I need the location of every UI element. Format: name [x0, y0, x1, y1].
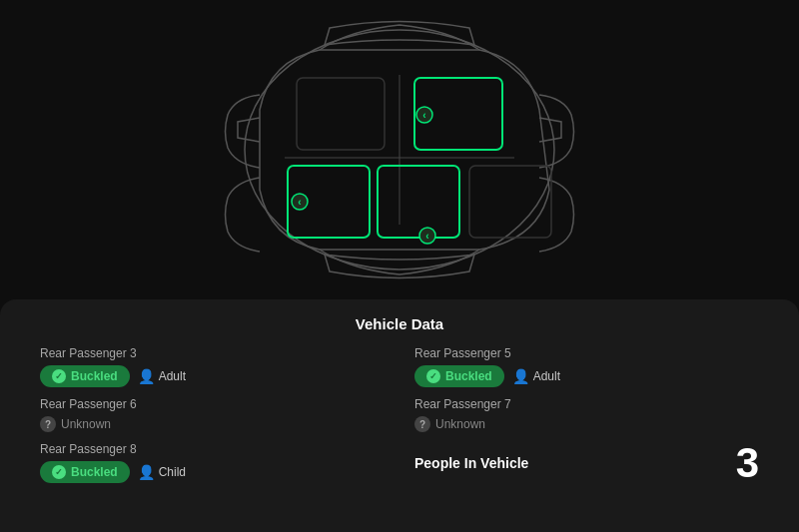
passenger-3-status: Buckled	[71, 369, 118, 383]
passenger-6-info: ? Unknown	[40, 416, 385, 432]
passenger-5-block: Rear Passenger 5 ✓ Buckled 👤 Adult	[414, 346, 759, 387]
passenger-7-label: Rear Passenger 7	[414, 397, 759, 411]
car-visualization: ‹ ‹ ‹	[0, 0, 799, 299]
check-icon-5: ✓	[426, 369, 440, 383]
people-count-number: 3	[736, 442, 759, 484]
people-in-vehicle-block: People In Vehicle 3	[414, 442, 759, 484]
passenger-7-unknown-badge: ? Unknown	[414, 416, 485, 432]
passenger-6-block: Rear Passenger 6 ? Unknown	[40, 397, 385, 432]
passenger-3-label: Rear Passenger 3	[40, 346, 385, 360]
passenger-8-status: Buckled	[71, 465, 118, 479]
svg-text:‹: ‹	[422, 110, 425, 121]
check-icon-8: ✓	[52, 465, 66, 479]
people-in-vehicle-label: People In Vehicle	[414, 455, 528, 471]
passenger-6-label: Rear Passenger 6	[40, 397, 385, 411]
passenger-3-block: Rear Passenger 3 ✓ Buckled 👤 Adult	[40, 346, 385, 387]
panel-title: Vehicle Data	[40, 315, 759, 332]
svg-text:‹: ‹	[298, 197, 301, 208]
passenger-3-buckled-badge: ✓ Buckled	[40, 365, 130, 387]
person-icon-5: 👤	[512, 368, 529, 384]
passenger-6-status: Unknown	[61, 417, 111, 431]
person-icon: 👤	[138, 368, 155, 384]
passenger-5-label: Rear Passenger 5	[414, 346, 759, 360]
person-icon-8: 👤	[138, 464, 155, 480]
check-icon: ✓	[52, 369, 66, 383]
passenger-6-unknown-badge: ? Unknown	[40, 416, 111, 432]
car-svg: ‹ ‹ ‹	[60, 10, 739, 289]
svg-rect-9	[378, 166, 459, 238]
passenger-5-info: ✓ Buckled 👤 Adult	[414, 365, 759, 387]
passenger-5-status: Buckled	[445, 369, 492, 383]
question-icon-7: ?	[414, 416, 430, 432]
passenger-5-type: 👤 Adult	[512, 368, 560, 384]
svg-text:‹: ‹	[425, 231, 428, 242]
passenger-8-info: ✓ Buckled 👤 Child	[40, 461, 385, 483]
passenger-3-type: 👤 Adult	[138, 368, 186, 384]
passenger-5-buckled-badge: ✓ Buckled	[414, 365, 504, 387]
passenger-8-block: Rear Passenger 8 ✓ Buckled 👤 Child	[40, 442, 385, 484]
passenger-8-type: 👤 Child	[138, 464, 186, 480]
passenger-8-label: Rear Passenger 8	[40, 442, 385, 456]
svg-rect-12	[297, 78, 385, 150]
question-icon-6: ?	[40, 416, 56, 432]
people-count-row: People In Vehicle 3	[414, 442, 759, 484]
passenger-8-buckled-badge: ✓ Buckled	[40, 461, 130, 483]
passenger-7-info: ? Unknown	[414, 416, 759, 432]
vehicle-data-panel: Vehicle Data Rear Passenger 3 ✓ Buckled …	[0, 299, 799, 532]
passenger-grid: Rear Passenger 3 ✓ Buckled 👤 Adult Rear …	[40, 346, 759, 484]
passenger-7-status: Unknown	[435, 417, 485, 431]
passenger-7-block: Rear Passenger 7 ? Unknown	[414, 397, 759, 432]
passenger-3-info: ✓ Buckled 👤 Adult	[40, 365, 385, 387]
